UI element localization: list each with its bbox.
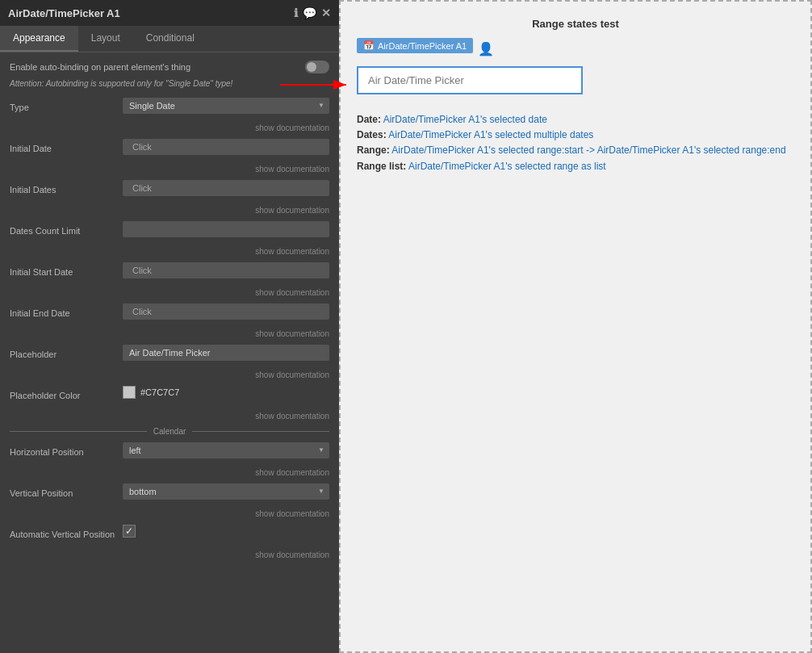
type-show-doc[interactable]: show documentation: [10, 123, 329, 132]
tab-appearance[interactable]: Appearance: [0, 26, 78, 52]
info-icon[interactable]: ℹ: [294, 6, 298, 19]
tab-bar: Appearance Layout Conditional: [0, 26, 339, 52]
initial-date-btn[interactable]: Click: [123, 139, 329, 155]
horizontal-position-control: left right center: [123, 442, 329, 458]
autobinding-row: Enable auto-binding on parent element's …: [10, 61, 329, 73]
initial-dates-control: Click: [123, 180, 329, 196]
dates-count-control: [123, 221, 329, 237]
color-value: #C7C7C7: [140, 387, 179, 397]
initial-date-show-doc[interactable]: show documentation: [10, 165, 329, 174]
header-icons: ℹ 💬 ✕: [294, 6, 331, 19]
initial-date-control: Click: [123, 139, 329, 155]
initial-start-date-control: Click: [123, 262, 329, 278]
dates-label: Dates:: [357, 129, 387, 140]
autobinding-label: Enable auto-binding on parent element's …: [10, 62, 305, 72]
placeholder-color-show-doc[interactable]: show documentation: [10, 412, 329, 421]
horizontal-position-select-wrapper: left right center: [123, 442, 329, 458]
auto-vertical-show-doc[interactable]: show documentation: [10, 550, 329, 559]
autobinding-toggle[interactable]: [305, 61, 329, 73]
type-row: Type Single Date Multiple Dates Range Ra…: [10, 98, 329, 120]
range-title: Range states test: [357, 18, 794, 30]
auto-vertical-row: Automatic Vertical Position ✓: [10, 525, 329, 547]
calendar-divider-text: Calendar: [147, 427, 193, 436]
placeholder-label: Placeholder: [10, 345, 123, 359]
initial-start-date-row: Initial Start Date Click: [10, 262, 329, 285]
type-select[interactable]: Single Date Multiple Dates Range Range L…: [123, 98, 329, 114]
type-select-wrapper: Single Date Multiple Dates Range Range L…: [123, 98, 329, 114]
calendar-icon: 📅: [363, 40, 375, 51]
initial-date-row: Initial Date Click: [10, 139, 329, 161]
initial-end-date-control: Click: [123, 303, 329, 320]
dates-count-label: Dates Count Limit: [10, 221, 123, 236]
initial-end-date-btn[interactable]: Click: [123, 303, 329, 320]
horizontal-position-show-doc[interactable]: show documentation: [10, 468, 329, 477]
close-icon[interactable]: ✕: [321, 6, 331, 19]
element-bar: 📅 AirDate/TimePicker A1: [357, 38, 473, 53]
color-row: #C7C7C7: [123, 386, 329, 399]
vertical-position-label: Vertical Position: [10, 483, 123, 498]
auto-vertical-label: Automatic Vertical Position: [10, 525, 123, 539]
horizontal-position-label: Horizontal Position: [10, 442, 123, 457]
range-list-label: Range list:: [357, 161, 406, 172]
vertical-position-row: Vertical Position bottom top: [10, 483, 329, 506]
panel-title: AirDate/TimePicker A1: [8, 7, 120, 19]
placeholder-color-label: Placeholder Color: [10, 386, 123, 400]
date-label: Date:: [357, 114, 381, 125]
vertical-position-show-doc[interactable]: show documentation: [10, 509, 329, 518]
placeholder-color-row: Placeholder Color #C7C7C7: [10, 386, 329, 408]
initial-end-date-label: Initial End Date: [10, 303, 123, 318]
element-bar-label: AirDate/TimePicker A1: [378, 41, 467, 51]
panel-content: Enable auto-binding on parent element's …: [0, 52, 339, 653]
initial-start-date-label: Initial Start Date: [10, 262, 123, 277]
initial-dates-row: Initial Dates Click: [10, 180, 329, 203]
range-label: Range:: [357, 144, 390, 156]
initial-dates-btn[interactable]: Click: [123, 180, 329, 196]
vertical-position-control: bottom top: [123, 483, 329, 500]
type-label: Type: [10, 98, 123, 112]
dates-count-input[interactable]: [123, 221, 329, 237]
left-panel: AirDate/TimePicker A1 ℹ 💬 ✕ Appearance L…: [0, 0, 339, 653]
horizontal-position-select[interactable]: left right center: [123, 442, 329, 458]
calendar-divider: Calendar: [10, 427, 329, 436]
red-arrow: [280, 73, 353, 97]
person-icon: 👤: [478, 41, 494, 57]
initial-start-date-show-doc[interactable]: show documentation: [10, 288, 329, 297]
initial-end-date-show-doc[interactable]: show documentation: [10, 329, 329, 338]
info-section: Date: AirDate/TimePicker A1's selected d…: [357, 112, 794, 174]
vertical-position-select-wrapper: bottom top: [123, 483, 329, 500]
initial-dates-label: Initial Dates: [10, 180, 123, 195]
date-value: AirDate/TimePicker A1's selected date: [383, 114, 547, 125]
horizontal-position-row: Horizontal Position left right center: [10, 442, 329, 465]
placeholder-row: Placeholder: [10, 345, 329, 367]
auto-vertical-checkbox[interactable]: ✓: [123, 525, 136, 538]
initial-end-date-row: Initial End Date Click: [10, 303, 329, 326]
right-panel: Range states test 📅 AirDate/TimePicker A…: [339, 0, 812, 653]
range-value: AirDate/TimePicker A1's selected range:s…: [391, 144, 785, 156]
placeholder-input[interactable]: [123, 345, 329, 361]
initial-dates-show-doc[interactable]: show documentation: [10, 206, 329, 215]
dates-count-show-doc[interactable]: show documentation: [10, 247, 329, 256]
panel-header: AirDate/TimePicker A1 ℹ 💬 ✕: [0, 0, 339, 26]
comment-icon[interactable]: 💬: [303, 6, 316, 19]
vertical-position-select[interactable]: bottom top: [123, 483, 329, 500]
initial-date-label: Initial Date: [10, 139, 123, 153]
initial-start-date-btn[interactable]: Click: [123, 262, 329, 278]
tab-conditional[interactable]: Conditional: [133, 26, 207, 52]
dates-count-row: Dates Count Limit: [10, 221, 329, 244]
placeholder-show-doc[interactable]: show documentation: [10, 370, 329, 379]
tab-layout[interactable]: Layout: [78, 26, 133, 52]
color-swatch[interactable]: [123, 386, 136, 399]
auto-vertical-control: ✓: [123, 525, 329, 538]
range-list-value: AirDate/TimePicker A1's selected range a…: [408, 161, 606, 172]
placeholder-control: [123, 345, 329, 361]
type-control: Single Date Multiple Dates Range Range L…: [123, 98, 329, 114]
dates-value: AirDate/TimePicker A1's selected multipl…: [388, 129, 593, 140]
picker-input[interactable]: [357, 66, 583, 94]
placeholder-color-control: #C7C7C7: [123, 386, 329, 399]
